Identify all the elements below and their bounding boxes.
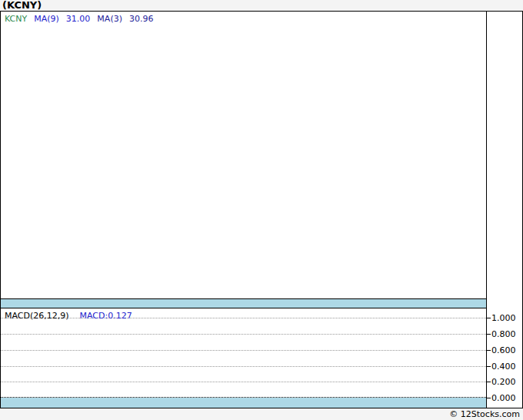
macd-zero-line [1, 397, 486, 398]
legend-ma9-value: 31.00 [66, 14, 91, 24]
macd-gridline [1, 350, 486, 351]
tick-mark [487, 366, 491, 367]
price-panel: KCNY MA(9) 31.00 MA(3) 30.96 [1, 12, 486, 299]
legend-ma3-label: MA(3) [97, 14, 122, 24]
y-tick-label: 0.000 [491, 393, 516, 403]
y-tick-label: 0.200 [491, 377, 516, 387]
y-tick-label: 0.400 [491, 362, 516, 372]
legend-symbol: KCNY [5, 14, 27, 24]
macd-legend-label: MACD(26,12,9) [5, 311, 69, 321]
chart-frame: KCNY MA(9) 31.00 MA(3) 30.96 MACD(26,12,… [0, 11, 523, 408]
tick-mark [487, 350, 491, 351]
macd-y-axis: 1.000 0.800 0.600 0.400 0.200 0.000 [487, 12, 522, 408]
macd-legend-value: MACD:0.127 [80, 311, 132, 321]
macd-legend: MACD(26,12,9) MACD:0.127 [5, 311, 132, 321]
macd-gridline [1, 382, 486, 382]
legend-ma3-value: 30.96 [129, 14, 154, 24]
macd-gridline [1, 366, 486, 367]
tick-mark [487, 318, 491, 318]
y-tick-label: 0.600 [491, 345, 516, 355]
chart-title: (KCNY) [2, 0, 42, 11]
macd-gridline [1, 334, 486, 335]
tick-mark [487, 398, 491, 398]
tick-mark [487, 334, 491, 335]
separator-band-bottom [1, 398, 486, 408]
y-tick-label: 0.800 [491, 329, 516, 339]
watermark: © 12Stocks.com [0, 408, 520, 420]
price-legend: KCNY MA(9) 31.00 MA(3) 30.96 [5, 14, 153, 24]
legend-ma9-label: MA(9) [34, 14, 59, 24]
plot-column: KCNY MA(9) 31.00 MA(3) 30.96 MACD(26,12,… [1, 12, 487, 408]
separator-band-top [1, 299, 486, 308]
y-tick-label: 1.000 [491, 313, 516, 323]
macd-panel: MACD(26,12,9) MACD:0.127 [1, 308, 486, 398]
tick-mark [487, 382, 491, 382]
